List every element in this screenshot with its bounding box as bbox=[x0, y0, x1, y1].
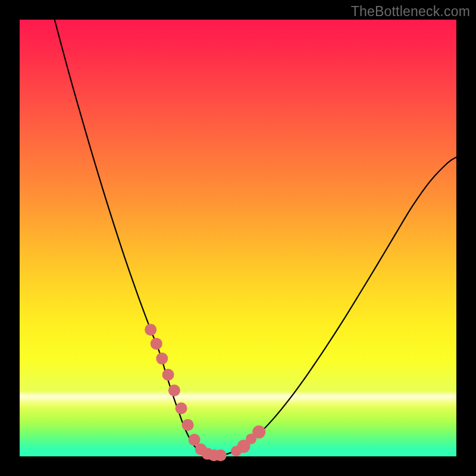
highlight-dot bbox=[156, 353, 168, 365]
chart-plot-area bbox=[20, 20, 456, 456]
highlight-dot bbox=[252, 425, 265, 439]
chart-frame: TheBottleneck.com bbox=[0, 0, 476, 476]
highlight-dot bbox=[182, 419, 194, 431]
highlight-dot bbox=[176, 402, 187, 414]
highlight-dot bbox=[168, 384, 180, 396]
bottleneck-curve bbox=[55, 20, 456, 456]
chart-svg bbox=[20, 20, 456, 456]
highlight-dot bbox=[162, 369, 174, 381]
watermark-label: TheBottleneck.com bbox=[351, 4, 470, 20]
highlight-markers bbox=[145, 324, 265, 461]
highlight-dot bbox=[145, 324, 156, 336]
highlight-dot bbox=[151, 338, 162, 350]
highlight-dot bbox=[215, 449, 227, 461]
